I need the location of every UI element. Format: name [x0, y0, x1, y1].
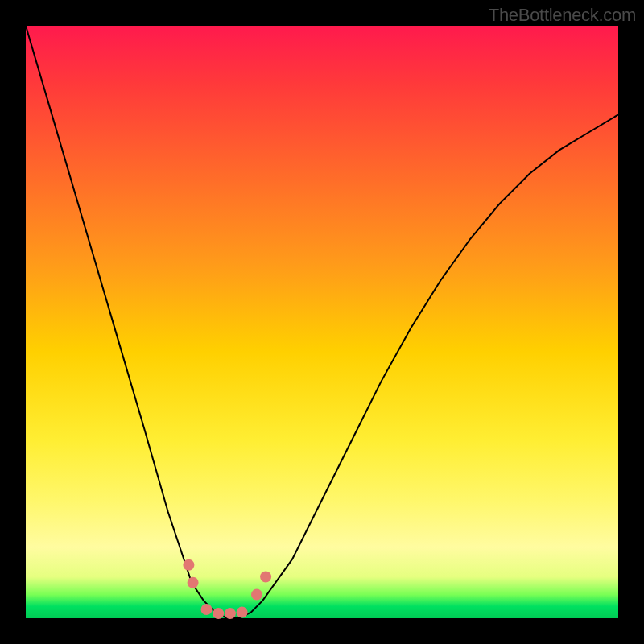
- marker-dot: [251, 589, 262, 601]
- marker-dot: [213, 608, 224, 619]
- marker-dot: [237, 607, 248, 618]
- bottleneck-curve-chart: [26, 26, 618, 618]
- curve-line: [26, 26, 618, 618]
- marker-dot: [183, 559, 194, 571]
- marker-dot: [260, 572, 271, 583]
- marker-dot: [188, 577, 199, 588]
- marker-dot: [201, 604, 213, 615]
- watermark-brand: TheBottleneck.com: [489, 5, 636, 26]
- chart-frame: TheBottleneck.com: [0, 0, 644, 644]
- plot-area: [26, 26, 618, 618]
- marker-dot: [225, 608, 236, 619]
